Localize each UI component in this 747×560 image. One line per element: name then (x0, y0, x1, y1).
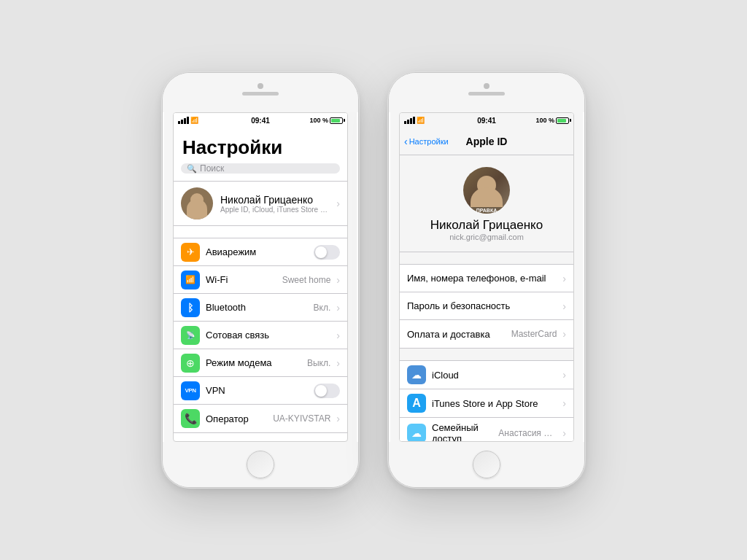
phone-right: 📶 09:41 100 % ‹ Настройки Apple ID (388, 72, 585, 488)
edit-badge: ПРАВКА (463, 207, 510, 214)
label-password: Пароль и безопасность (407, 300, 557, 311)
status-left-left: 📶 (178, 117, 198, 124)
value-operator: UA-KYIVSTAR (273, 413, 330, 424)
row-operator[interactable]: 📞 Оператор UA-KYIVSTAR › (174, 405, 347, 432)
apple-id-info-group: Имя, номера телефонов, e-mail › Пароль и… (400, 264, 573, 349)
label-bluetooth: Bluetooth (206, 302, 308, 313)
row-airplane[interactable]: ✈ Авиарежим (174, 238, 347, 266)
chevron-bluetooth: › (336, 302, 340, 314)
profile-name-left: Николай Грицаенко (220, 194, 329, 206)
home-button-right[interactable] (473, 451, 500, 478)
profile-cell-left[interactable]: Николай Грицаенко Apple ID, iCloud, iTun… (174, 181, 347, 226)
row-vpn[interactable]: VPN VPN (174, 377, 347, 405)
phone-bottom-right (389, 442, 584, 487)
row-password[interactable]: Пароль и безопасность › (400, 292, 573, 320)
camera-left (258, 83, 263, 89)
sr3 (410, 118, 412, 124)
battery-icon-left (330, 117, 343, 124)
chevron-operator: › (336, 413, 340, 424)
signal-icon (178, 117, 189, 124)
status-left-right: 📶 (404, 117, 425, 124)
wifi-icon: 📶 (190, 117, 198, 124)
phone-left: 📶 09:41 100 % Настройки 🔍 Поиск (162, 72, 359, 488)
search-placeholder: Поиск (200, 163, 224, 174)
search-bar[interactable]: 🔍 Поиск (181, 163, 340, 174)
label-payment: Оплата и доставка (407, 329, 506, 340)
s1 (178, 121, 180, 124)
icon-family: ☁ (407, 424, 426, 441)
chevron-family: › (562, 427, 566, 439)
apple-id-avatar[interactable]: ПРАВКА (463, 167, 510, 214)
icon-cellular: 📡 (181, 326, 200, 345)
apple-id-name: Николай Грицаенко (430, 218, 543, 233)
chevron-profile-left: › (336, 198, 340, 209)
icon-operator: 📞 (181, 409, 200, 428)
label-icloud: iCloud (432, 370, 557, 381)
row-family[interactable]: ☁ Семейный доступ Анастасия и Т... › (400, 418, 573, 441)
icon-vpn: VPN (181, 381, 200, 400)
phone-bottom-left (163, 442, 358, 487)
profile-info-left: Николай Грицаенко Apple ID, iCloud, iTun… (220, 194, 329, 214)
s4 (187, 117, 189, 124)
label-operator: Оператор (206, 413, 267, 424)
nav-title-right: Apple ID (466, 136, 508, 147)
row-hotspot[interactable]: ⊕ Режим модема Выкл. › (174, 349, 347, 377)
apple-id-services-group: ☁ iCloud › A iTunes Store и App Store › … (400, 360, 573, 441)
toggle-vpn[interactable] (314, 384, 340, 398)
row-wifi[interactable]: 📶 Wi-Fi Sweet home › (174, 266, 347, 294)
value-bluetooth: Вкл. (314, 303, 331, 313)
sr4 (413, 117, 415, 124)
label-vpn: VPN (206, 385, 308, 396)
avatar-left (181, 187, 213, 219)
icon-airplane: ✈ (181, 243, 200, 262)
value-payment: MasterCard (511, 329, 557, 339)
camera-right (484, 83, 489, 89)
nav-bar-right: ‹ Настройки Apple ID (400, 128, 573, 155)
signal-icon-right (404, 117, 415, 124)
status-time-left: 09:41 (251, 117, 270, 125)
label-family: Семейный доступ (432, 422, 492, 441)
label-name-phones: Имя, номера телефонов, e-mail (407, 273, 557, 284)
chevron-icloud: › (562, 369, 566, 381)
icon-icloud: ☁ (407, 365, 426, 384)
wifi-icon-right: 📶 (417, 117, 425, 124)
sr1 (404, 121, 406, 124)
row-bluetooth[interactable]: ᛒ Bluetooth Вкл. › (174, 294, 347, 322)
row-itunes[interactable]: A iTunes Store и App Store › (400, 389, 573, 418)
icon-hotspot: ⊕ (181, 354, 200, 373)
chevron-cellular: › (336, 330, 340, 341)
icon-bluetooth: ᛒ (181, 298, 200, 317)
icon-itunes: A (407, 394, 426, 413)
row-icloud[interactable]: ☁ iCloud › (400, 361, 573, 389)
row-name-phones[interactable]: Имя, номера телефонов, e-mail › (400, 265, 573, 292)
s2 (181, 120, 183, 124)
settings-screen: Настройки 🔍 Поиск Николай Грицаенко Appl… (174, 128, 347, 441)
label-cellular: Сотовая связь (206, 330, 330, 341)
speaker-right (468, 92, 505, 96)
battery-percent-right: 100 % (535, 117, 554, 124)
chevron-itunes: › (562, 397, 566, 409)
chevron-name-phones: › (562, 273, 566, 284)
row-payment[interactable]: Оплата и доставка MasterCard › (400, 320, 573, 348)
label-itunes: iTunes Store и App Store (432, 398, 557, 409)
s3 (184, 118, 186, 124)
phone-top-left (163, 73, 358, 112)
sr2 (407, 120, 409, 124)
battery-fill-left (331, 119, 340, 122)
profile-sub-left: Apple ID, iCloud, iTunes Store и App St.… (220, 206, 329, 214)
back-chevron-icon: ‹ (404, 136, 408, 147)
nav-back-button[interactable]: ‹ Настройки (404, 136, 449, 147)
status-bar-right: 📶 09:41 100 % (400, 113, 573, 128)
home-button-left[interactable] (247, 451, 274, 478)
apple-id-header: ПРАВКА Николай Грицаенко nick.gric@gmail… (400, 155, 573, 252)
chevron-hotspot: › (336, 357, 340, 369)
status-right-right: 100 % (535, 117, 569, 124)
settings-title: Настройки (174, 128, 347, 163)
chevron-password: › (562, 300, 566, 312)
chevron-payment: › (562, 328, 566, 340)
battery-icon-right (556, 117, 569, 124)
label-hotspot: Режим модема (206, 357, 301, 368)
row-cellular[interactable]: 📡 Сотовая связь › (174, 322, 347, 349)
toggle-airplane[interactable] (314, 245, 340, 260)
battery-percent-left: 100 % (309, 117, 328, 124)
